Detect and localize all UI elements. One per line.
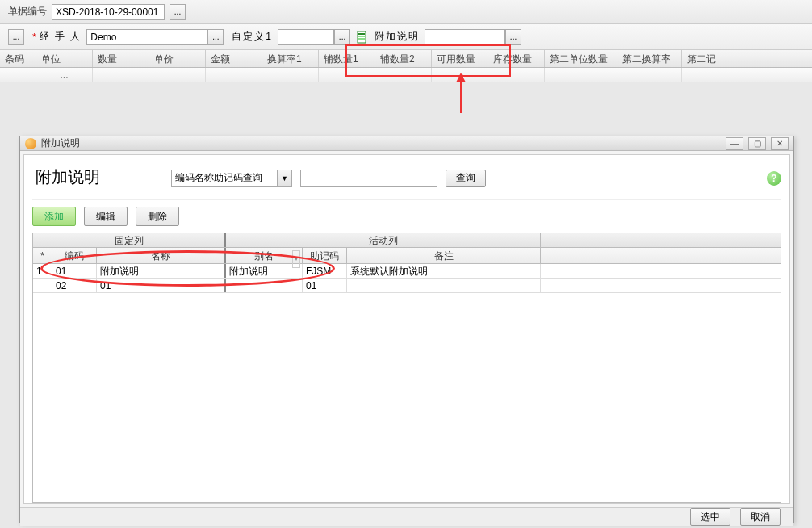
column-header[interactable]: 条码 [0,50,36,67]
table-row[interactable]: 101附加说明附加说明FJSM系统默认附加说明 [33,264,781,279]
table-body: 101附加说明附加说明FJSM系统默认附加说明020101 [33,264,781,502]
custom1-lookup-button[interactable]: ... [334,29,350,45]
column-subcell [206,68,262,82]
column-header[interactable]: 数量 [93,50,149,67]
table-group-header: 固定列 活动列 [33,233,781,248]
document-number-lookup-button[interactable]: ... [170,4,186,20]
edit-button[interactable]: 编辑 [84,207,128,226]
form-row: ... * 经 手 人 ... 自定义1 ... 附加说明 ... [0,24,812,50]
attach-dialog: 附加说明 — ▢ ✕ 附加说明 ▼ 查询 ? 添加 编辑 删除 固定列 活动列 [19,136,794,523]
column-header-bar: 条码单位数量单价金额换算率1辅数量1辅数量2可用数量库存数量第二单位数量第二换算… [0,50,812,68]
cancel-button[interactable]: 取消 [740,508,781,526]
attach-lookup-button[interactable]: ... [505,29,521,45]
group-fixed-header: 固定列 [33,233,226,247]
column-subcell [682,68,730,82]
chevron-down-icon[interactable]: ▼ [277,170,291,186]
attach-input[interactable] [425,29,505,45]
search-mode-input[interactable] [172,170,277,186]
column-subcell [375,68,432,82]
header-alias[interactable]: 别名▾ [226,248,303,263]
table-cell: 01 [97,279,226,292]
dialog-icon [25,138,36,149]
document-number-bar: 单据编号 ... [0,0,812,24]
search-mode-combo[interactable]: ▼ [171,170,292,187]
column-subcell [149,68,206,82]
column-subcell [262,68,319,82]
group-active-header: 活动列 [226,233,541,247]
column-header[interactable]: 可用数量 [432,50,488,67]
handler-input[interactable] [86,29,207,45]
column-header[interactable]: 单价 [149,50,206,67]
header-mnemonic[interactable]: 助记码 [303,248,347,263]
custom1-input[interactable] [278,29,334,45]
dialog-main-title: 附加说明 [32,165,107,191]
handler-label: 经 手 人 [40,30,82,44]
dialog-titlebar-text: 附加说明 [41,136,721,150]
table-cell: 1 [33,264,52,278]
column-header[interactable]: 辅数量2 [375,50,432,67]
column-subcell [0,68,36,82]
table-cell: 01 [52,264,97,278]
dialog-search-row: 附加说明 ▼ 查询 ? [32,160,781,200]
table-cell [347,279,541,292]
column-subcell [545,68,617,82]
dialog-footer: 选中 取消 [20,507,793,526]
maximize-button[interactable]: ▢ [748,137,766,150]
table-header-row: * 编码 名称 别名▾ 助记码 备注 [33,248,781,264]
column-header[interactable]: 单位 [36,50,93,67]
column-subcell: ... [36,68,93,82]
column-header[interactable]: 库存数量 [488,50,545,67]
svg-rect-1 [358,33,365,35]
document-number-input[interactable] [52,4,165,20]
column-header[interactable]: 第二单位数量 [545,50,617,67]
inner-table: 固定列 活动列 * 编码 名称 别名▾ 助记码 备注 101附加说明附加说明FJ… [32,233,781,503]
help-icon[interactable]: ? [767,171,781,186]
document-number-label: 单据编号 [8,5,47,19]
add-button[interactable]: 添加 [32,207,76,226]
delete-button[interactable]: 删除 [136,207,179,226]
select-button[interactable]: 选中 [690,508,730,526]
dialog-titlebar[interactable]: 附加说明 — ▢ ✕ [20,136,793,151]
header-remark[interactable]: 备注 [347,248,541,263]
column-subcell [93,68,149,82]
table-cell: 01 [303,279,347,292]
attach-label: 附加说明 [375,30,420,44]
dialog-toolbar: 添加 编辑 删除 [32,200,781,233]
table-cell [33,279,52,292]
close-button[interactable]: ✕ [771,137,789,150]
column-header[interactable]: 第二换算率 [617,50,682,67]
svg-rect-3 [358,38,365,40]
header-name[interactable]: 名称 [97,248,226,263]
required-marker: * [32,31,36,43]
dialog-body: 附加说明 ▼ 查询 ? 添加 编辑 删除 固定列 活动列 * 编码 名称 [23,154,790,504]
column-header[interactable]: 金额 [206,50,262,67]
svg-rect-2 [358,36,365,37]
column-header[interactable]: 辅数量1 [319,50,375,67]
search-input[interactable] [300,170,437,187]
table-cell: 系统默认附加说明 [347,264,541,278]
sheet-icon [356,31,369,44]
table-cell: 附加说明 [97,264,226,278]
query-button[interactable]: 查询 [446,170,486,187]
column-sub-bar: ... [0,68,812,82]
column-subcell [617,68,682,82]
column-header[interactable]: 第二记 [682,50,730,67]
column-subcell [319,68,375,82]
custom1-label: 自定义1 [232,30,273,44]
handler-lookup-button[interactable]: ... [207,29,224,45]
header-alias-text: 别名 [254,250,274,262]
table-cell [226,279,303,292]
table-row[interactable]: 020101 [33,279,781,293]
table-cell: FJSM [303,264,347,278]
alias-filter-icon[interactable]: ▾ [292,250,300,268]
header-code[interactable]: 编码 [52,248,97,263]
leading-ellipsis-button[interactable]: ... [8,29,24,45]
minimize-button[interactable]: — [726,137,743,150]
column-subcell [488,68,545,82]
column-header[interactable]: 换算率1 [262,50,319,67]
table-cell: 附加说明 [226,264,303,278]
column-subcell [432,68,488,82]
header-star[interactable]: * [33,248,52,263]
table-cell: 02 [52,279,97,292]
